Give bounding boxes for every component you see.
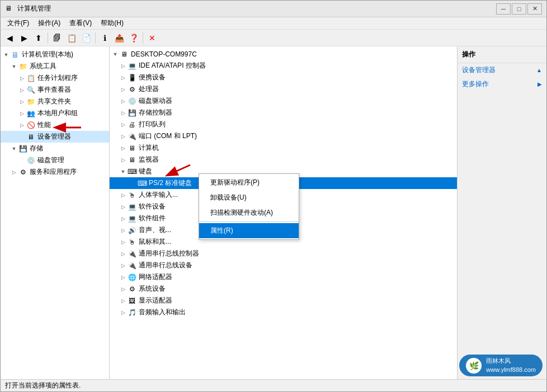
device-usb-dev[interactable]: ▷ 🔌 通用串行总线设备 [110, 259, 457, 271]
device-print[interactable]: ▷ 🖨 打印队列 [110, 119, 457, 130]
device-root-label: DESKTOP-COM997C [131, 50, 197, 58]
tree-event-viewer[interactable]: ▷ 🔍 事件查看器 [1, 84, 109, 96]
device-display-label: 显示适配器 [139, 296, 172, 305]
toolbar-stop[interactable]: ✕ [145, 31, 159, 45]
device-storage-ctrl-label: 存储控制器 [139, 108, 172, 117]
window-title: 计算机管理 [17, 4, 51, 13]
device-ps2-keyboard-label: PS/2 标准键盘 [149, 178, 192, 188]
title-bar: 🖥 计算机管理 ─ □ ✕ [1, 1, 546, 17]
menu-help[interactable]: 帮助(H) [96, 17, 128, 29]
toolbar-paste[interactable]: 📄 [79, 31, 93, 45]
context-menu-sep [199, 221, 299, 222]
tree-root[interactable]: ▼ 🖥 计算机管理(本地) [1, 49, 109, 60]
toolbar-help[interactable]: ❓ [127, 31, 140, 45]
menu-action[interactable]: 操作(A) [34, 17, 65, 29]
device-audio-io[interactable]: ▷ 🎵 音频输入和输出 [110, 306, 457, 318]
device-audio-label: 音声、视... [139, 225, 171, 235]
toolbar-sep2 [95, 32, 96, 44]
toolbar-up[interactable]: ⬆ [32, 31, 45, 45]
toolbar-back[interactable]: ◀ [3, 31, 16, 45]
expand-task-scheduler: ▷ [18, 75, 25, 82]
tree-local-users[interactable]: ▷ 👥 本地用户和组 [1, 107, 109, 119]
tree-task-scheduler-label: 任务计划程序 [37, 73, 78, 83]
context-menu-uninstall[interactable]: 卸载设备(U) [199, 190, 299, 205]
storage-icon: 💾 [18, 144, 27, 153]
action-device-manager[interactable]: 设备管理器 ▲ [458, 63, 546, 77]
device-root[interactable]: ▼ 🖥 DESKTOP-COM997C [110, 49, 457, 60]
close-button[interactable]: ✕ [527, 3, 542, 15]
expand-services: ▷ [11, 169, 17, 176]
tree-services[interactable]: ▷ ⚙ 服务和应用程序 [1, 166, 109, 178]
device-processor-label: 处理器 [139, 84, 159, 94]
tree-services-label: 服务和应用程序 [30, 167, 77, 177]
watermark-logo: 🌿 [466, 358, 482, 374]
desktop-icon: 🖥 [120, 50, 129, 59]
watermark: 🌿 雨林木风 www.ylmf888.com [459, 355, 543, 376]
device-portable-label: 便携设备 [139, 73, 166, 82]
device-ide[interactable]: ▷ 💻 IDE ATA/ATAPI 控制器 [110, 60, 457, 72]
tree-disk-mgmt-label: 磁盘管理 [37, 155, 64, 165]
menu-file[interactable]: 文件(F) [3, 17, 34, 29]
expand-event-viewer: ▷ [18, 87, 25, 93]
watermark-line2: www.ylmf888.com [486, 366, 536, 374]
toolbar-show-hide[interactable]: 🗐 [50, 31, 64, 45]
action-header: 操作 [458, 46, 546, 63]
tree-performance[interactable]: ▷ 🚫 性能 [1, 119, 109, 131]
device-disk[interactable]: ▷ 💿 磁盘驱动器 [110, 95, 457, 107]
tree-storage[interactable]: ▼ 💾 存储 [1, 143, 109, 154]
device-monitor[interactable]: ▷ 🖥 监视器 [110, 154, 457, 166]
device-network-label: 网络适配器 [139, 272, 172, 282]
context-menu-scan[interactable]: 扫描检测硬件改动(A) [199, 205, 299, 220]
status-bar: 打开当前选择项的属性表. [1, 379, 546, 391]
toolbar: ◀ ▶ ⬆ 🗐 📋 📄 ℹ 📤 ❓ ✕ [1, 30, 546, 46]
expand-device-root: ▼ [112, 51, 119, 58]
tree-disk-mgmt[interactable]: 💿 磁盘管理 [1, 154, 109, 166]
tree-device-manager[interactable]: 🖥 设备管理器 [1, 131, 109, 143]
expand-performance: ▷ [18, 122, 25, 129]
context-menu-properties[interactable]: 属性(R) [199, 223, 299, 238]
device-usb-dev-label: 通用串行总线设备 [139, 261, 192, 270]
performance-icon: 🚫 [26, 121, 35, 130]
maximize-button[interactable]: □ [512, 3, 526, 15]
tree-shared-folder-label: 共享文件夹 [37, 97, 71, 106]
device-computer[interactable]: ▷ 🖥 计算机 [110, 142, 457, 154]
tree-task-scheduler[interactable]: ▷ 📋 任务计划程序 [1, 72, 109, 84]
device-ide-label: IDE ATA/ATAPI 控制器 [139, 61, 206, 70]
device-system[interactable]: ▷ ⚙ 系统设备 [110, 283, 457, 295]
expand-root: ▼ [3, 51, 10, 58]
device-usb-ctrl[interactable]: ▷ 🔌 通用串行总线控制器 [110, 248, 457, 259]
tree-system-tools[interactable]: ▼ 📁 系统工具 [1, 60, 109, 72]
action-more-label: 更多操作 [462, 79, 489, 89]
toolbar-export[interactable]: 📤 [112, 31, 126, 45]
device-display[interactable]: ▷ 🖼 显示适配器 [110, 295, 457, 306]
action-expand-icon: ▲ [536, 67, 542, 73]
toolbar-forward[interactable]: ▶ [17, 31, 31, 45]
menu-view[interactable]: 查看(V) [65, 17, 96, 29]
context-menu-update-driver[interactable]: 更新驱动程序(P) [199, 175, 299, 190]
device-manager-icon: 🖥 [26, 133, 35, 141]
device-usb-ctrl-label: 通用串行总线控制器 [139, 249, 199, 258]
device-storage-ctrl[interactable]: ▷ 💾 存储控制器 [110, 107, 457, 119]
folder-icon: 📁 [18, 62, 27, 71]
expand-shared-folder: ▷ [18, 98, 25, 105]
device-audio-io-label: 音频输入和输出 [139, 308, 186, 317]
toolbar-info[interactable]: ℹ [98, 31, 111, 45]
event-icon: 🔍 [26, 86, 35, 95]
device-network[interactable]: ▷ 🌐 网络适配器 [110, 271, 457, 283]
device-hid-label: 人体学输入... [139, 190, 178, 200]
expand-local-users: ▷ [18, 110, 25, 117]
device-port[interactable]: ▷ 🔌 端口 (COM 和 LPT) [110, 130, 457, 142]
device-portable[interactable]: ▷ 📱 便携设备 [110, 72, 457, 83]
task-icon: 📋 [26, 74, 35, 83]
left-panel: ▼ 🖥 计算机管理(本地) ▼ 📁 系统工具 ▷ 📋 任务计划程序 ▷ 🔍 事件… [1, 46, 110, 379]
toolbar-copy[interactable]: 📋 [65, 31, 78, 45]
action-panel: 操作 设备管理器 ▲ 更多操作 ▶ [457, 46, 546, 379]
action-more[interactable]: 更多操作 ▶ [458, 77, 546, 91]
watermark-text: 雨林木风 www.ylmf888.com [486, 357, 536, 374]
device-processor[interactable]: ▷ ⚙ 处理器 [110, 83, 457, 95]
expand-storage: ▼ [11, 145, 17, 152]
toolbar-sep3 [143, 32, 143, 44]
minimize-button[interactable]: ─ [496, 3, 511, 15]
tree-shared-folder[interactable]: ▷ 📁 共享文件夹 [1, 96, 109, 107]
expand-device-manager [18, 134, 25, 140]
